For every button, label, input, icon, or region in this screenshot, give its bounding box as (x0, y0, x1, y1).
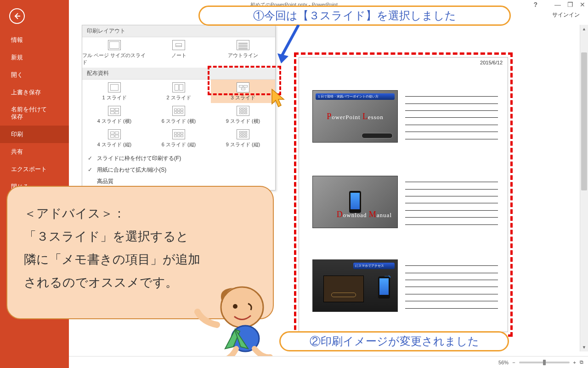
sidebar-item-new[interactable]: 新規 (0, 49, 69, 66)
handout-4h[interactable]: 4 スライド (横) (82, 103, 147, 126)
scroll-up-button[interactable]: ▲ (580, 25, 588, 33)
handout-6v[interactable]: 6 スライド (縦) (147, 126, 211, 150)
zoom-percent: 56% (498, 360, 509, 365)
scrollbar-thumb[interactable] (581, 52, 587, 190)
help-button[interactable]: ? (533, 1, 537, 8)
minimize-button[interactable]: — (554, 1, 561, 8)
back-button[interactable] (9, 8, 25, 24)
vertical-scrollbar[interactable]: ▲ ▼ (580, 25, 588, 351)
check-icon: ✓ (88, 155, 92, 161)
scroll-down-button[interactable]: ▼ (580, 343, 588, 351)
annotation-callout-1: ①今回は【３スライド】を選択しました (198, 6, 511, 26)
layout-notes[interactable]: ノート (147, 37, 211, 68)
print-layout-dropdown: 印刷レイアウト フル ページ サイズのスライド ノート アウトライン 配布資料 … (82, 25, 276, 190)
sidebar-item-open[interactable]: 開く (0, 66, 69, 84)
opt-frame-slides[interactable]: ✓スライドに枠を付けて印刷する(F) (82, 153, 275, 164)
handout-9v[interactable]: 9 スライド (縦) (211, 126, 275, 150)
preview-slide-1: １日で習得・実践パワーポイントの使い方 PowerPoint Lesson (312, 90, 398, 143)
handout-1[interactable]: 1 スライド (82, 80, 147, 103)
preview-date: 2015/6/12 (480, 60, 503, 65)
sidebar-item-info[interactable]: 情報 (0, 31, 69, 49)
sidebar-item-share[interactable]: 共有 (0, 143, 69, 161)
fit-to-window-button[interactable]: ⧉ (580, 359, 583, 365)
preview-page: 2015/6/12 １日で習得・実践パワーポイントの使い方 PowerPoint… (299, 57, 508, 332)
preview-notes-lines (405, 176, 498, 231)
signin-link[interactable]: サインイン (552, 11, 580, 19)
sidebar-item-save[interactable]: 上書き保存 (0, 84, 69, 101)
preview-slide-3: にスマホでアクセス ➡ (312, 259, 398, 312)
annotation-callout-2: ②印刷イメージが変更されました (279, 331, 509, 351)
preview-slide-2: Download Manual (312, 176, 398, 228)
sidebar-item-saveas[interactable]: 名前を付けて 保存 (0, 101, 69, 126)
restore-button[interactable]: ❐ (567, 1, 573, 8)
preview-notes-lines (405, 259, 498, 315)
svg-point-1 (233, 304, 237, 309)
zoom-slider[interactable] (519, 362, 570, 363)
mascot-illustration (189, 280, 277, 367)
close-button[interactable]: ✕ (580, 1, 585, 8)
handout-3[interactable]: 3 スライド (211, 80, 275, 103)
layout-outline[interactable]: アウトライン (211, 37, 275, 68)
opt-scale-to-fit[interactable]: ✓用紙に合わせて拡大/縮小(S) (82, 164, 275, 176)
handout-6h[interactable]: 6 スライド (横) (147, 103, 211, 126)
panel-section-print-layout: 印刷レイアウト (82, 25, 275, 37)
preview-notes-lines (405, 90, 498, 145)
layout-full-page[interactable]: フル ページ サイズのスライド (82, 37, 147, 68)
svg-point-0 (221, 287, 263, 328)
handout-4v[interactable]: 4 スライド (縦) (82, 126, 147, 150)
sidebar-item-export[interactable]: エクスポート (0, 161, 69, 178)
sidebar-item-print[interactable]: 印刷 (0, 126, 69, 143)
print-preview-area: 2015/6/12 １日で習得・実践パワーポイントの使い方 PowerPoint… (296, 54, 511, 335)
status-bar: 56% − + ⧉ (69, 356, 588, 368)
handout-9h[interactable]: 9 スライド (横) (211, 103, 275, 126)
handout-2[interactable]: 2 スライド (147, 80, 211, 103)
zoom-out-button[interactable]: − (512, 360, 515, 365)
zoom-in-button[interactable]: + (573, 360, 576, 365)
check-icon: ✓ (88, 167, 92, 173)
panel-section-handouts: 配布資料 (82, 68, 275, 80)
